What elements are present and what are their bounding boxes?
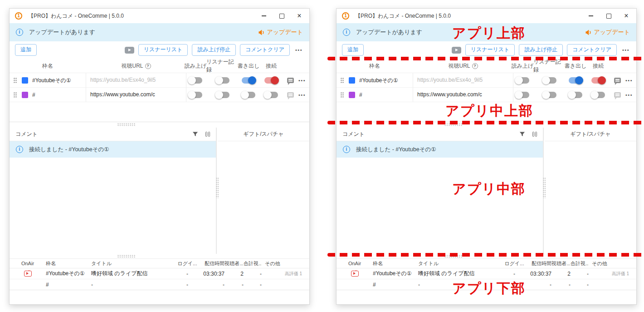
- toolbar: 追加 リスナーリスト 読み上げ停止 コメントクリア •••: [337, 41, 636, 59]
- stream-title: 嗜好領域 のライブ配信: [91, 270, 177, 277]
- horizontal-resize-handle[interactable]: [117, 123, 136, 126]
- annotation-dashed-line-3: [327, 253, 644, 257]
- drag-handle-icon[interactable]: [14, 92, 17, 98]
- add-button[interactable]: 追加: [342, 44, 364, 56]
- close-icon[interactable]: [624, 13, 629, 19]
- window-title: 【PRO】わんコメ - OneComme | 5.0.0: [355, 12, 451, 20]
- watch-url-input[interactable]: https://youtu.be/Esx4o_9il5: [413, 73, 513, 88]
- export-toggle[interactable]: [569, 77, 582, 84]
- more-menu-icon[interactable]: •••: [621, 47, 631, 53]
- stream-row: #Youtubeその① 嗜好領域 のライブ配信 - 03:30:37 2 - 高…: [337, 268, 636, 279]
- drag-handle-icon[interactable]: [14, 78, 17, 84]
- row-more-icon[interactable]: •••: [297, 73, 307, 88]
- titlebar: 【PRO】わんコメ - OneComme | 5.0.0: [10, 9, 309, 23]
- comment-bubble-icon[interactable]: [614, 92, 621, 98]
- connect-toggle[interactable]: [591, 92, 605, 98]
- clear-comments-button[interactable]: コメントクリア: [567, 44, 617, 56]
- horizontal-resize-handle[interactable]: [117, 255, 136, 258]
- read-toggle[interactable]: [189, 92, 202, 98]
- minimize-icon[interactable]: [261, 13, 267, 19]
- export-toggle[interactable]: [242, 77, 255, 84]
- onair-youtube-icon[interactable]: [24, 271, 32, 277]
- columns-icon[interactable]: [204, 132, 210, 137]
- minimize-icon[interactable]: [588, 13, 594, 19]
- drag-handle-icon[interactable]: [341, 78, 344, 84]
- connect-toggle[interactable]: [264, 77, 278, 84]
- watch-url-input[interactable]: https://www.youtube.com/c: [86, 88, 186, 102]
- frame-color-swatch[interactable]: [349, 92, 355, 98]
- gift-panel: ギフト/スパチャ: [545, 128, 636, 254]
- info-icon: [16, 29, 23, 36]
- comment-bubble-icon[interactable]: [287, 78, 294, 83]
- listener-list-button[interactable]: リスナーリスト: [465, 44, 515, 56]
- help-icon[interactable]: [145, 63, 151, 69]
- clear-comments-button[interactable]: コメントクリア: [240, 44, 290, 56]
- stream-table: OnAir 枠名 タイトル ログイ... 配信時間 視聴者... 合計視... …: [10, 258, 309, 290]
- panel-divider-handle[interactable]: [543, 178, 546, 198]
- add-button[interactable]: 追加: [15, 44, 37, 56]
- row-more-icon[interactable]: •••: [297, 88, 307, 102]
- watch-url-input[interactable]: https://www.youtube.com/c: [413, 88, 513, 102]
- export-column-header: 書き出し: [564, 59, 587, 73]
- system-comment-text: 接続しました - #Youtubeその①: [29, 146, 109, 154]
- frame-row: #Youtubeその① https://youtu.be/Esx4o_9il5 …: [10, 73, 309, 88]
- connect-toggle[interactable]: [264, 92, 278, 98]
- close-icon[interactable]: [297, 13, 302, 19]
- drag-handle-icon[interactable]: [341, 92, 344, 98]
- megaphone-icon: [585, 29, 592, 36]
- total-column-header: 合計視...: [244, 260, 262, 267]
- update-banner: アップデートがあります アップデート: [10, 23, 309, 41]
- youtube-icon[interactable]: [125, 47, 134, 54]
- help-icon[interactable]: [472, 63, 478, 69]
- row-more-icon[interactable]: •••: [624, 73, 634, 88]
- read-toggle[interactable]: [516, 77, 529, 84]
- stream-total: -: [571, 271, 589, 277]
- row-more-icon[interactable]: •••: [624, 88, 634, 102]
- panel-divider-handle[interactable]: [216, 178, 219, 198]
- window-controls: [588, 13, 631, 19]
- stop-reading-button[interactable]: 読み上げ停止: [192, 44, 236, 56]
- stage: 【PRO】わんコメ - OneComme | 5.0.0 アップデートがあります…: [0, 0, 644, 312]
- youtube-icon[interactable]: [452, 47, 461, 54]
- comment-bubble-icon[interactable]: [614, 78, 621, 83]
- connect-toggle[interactable]: [591, 77, 605, 84]
- listener-record-toggle[interactable]: [216, 92, 229, 98]
- stream-other: 高評価 1: [262, 271, 309, 277]
- maximize-icon[interactable]: [279, 13, 284, 19]
- listener-record-toggle[interactable]: [543, 77, 556, 84]
- record-column-header: リスナー記録: [533, 59, 566, 73]
- system-comment-row[interactable]: 接続しました - #Youtubeその①: [337, 141, 543, 158]
- watch-url-input[interactable]: https://youtu.be/Esx4o_9il5: [86, 73, 186, 88]
- update-link[interactable]: アップデート: [258, 28, 303, 36]
- read-toggle[interactable]: [516, 92, 529, 98]
- stop-reading-button[interactable]: 読み上げ停止: [519, 44, 563, 56]
- filter-icon[interactable]: [519, 131, 525, 137]
- title-column-header: タイトル: [91, 260, 177, 267]
- onair-youtube-icon[interactable]: [351, 271, 359, 277]
- system-comment-row[interactable]: 接続しました - #Youtubeその①: [10, 141, 216, 158]
- listener-list-button[interactable]: リスナーリスト: [138, 44, 188, 56]
- frame-color-swatch[interactable]: [22, 92, 28, 98]
- frame-color-swatch[interactable]: [349, 77, 355, 84]
- more-menu-icon[interactable]: •••: [294, 47, 304, 53]
- export-toggle[interactable]: [569, 92, 582, 98]
- frame-row: # https://www.youtube.com/c •••: [337, 88, 636, 102]
- maximize-icon[interactable]: [606, 13, 611, 19]
- export-toggle[interactable]: [242, 92, 255, 98]
- gift-panel: ギフト/スパチャ: [218, 128, 309, 254]
- gift-panel-header: ギフト/スパチャ: [545, 128, 636, 141]
- comment-bubble-icon[interactable]: [287, 92, 294, 98]
- listener-record-toggle[interactable]: [543, 92, 556, 98]
- other-column-header: その他: [262, 260, 309, 267]
- titlebar: 【PRO】わんコメ - OneComme | 5.0.0: [337, 9, 636, 23]
- frame-name: #Youtubeその①: [32, 73, 71, 88]
- update-link[interactable]: アップデート: [585, 28, 630, 36]
- frame-color-swatch[interactable]: [22, 77, 28, 84]
- columns-icon[interactable]: [531, 132, 537, 137]
- read-toggle[interactable]: [189, 77, 202, 84]
- update-banner-text: アップデートがあります: [29, 28, 95, 36]
- stream-login: -: [177, 282, 197, 288]
- watch-url-label: 視聴URL: [448, 62, 470, 70]
- filter-icon[interactable]: [192, 131, 198, 137]
- listener-record-toggle[interactable]: [216, 77, 229, 84]
